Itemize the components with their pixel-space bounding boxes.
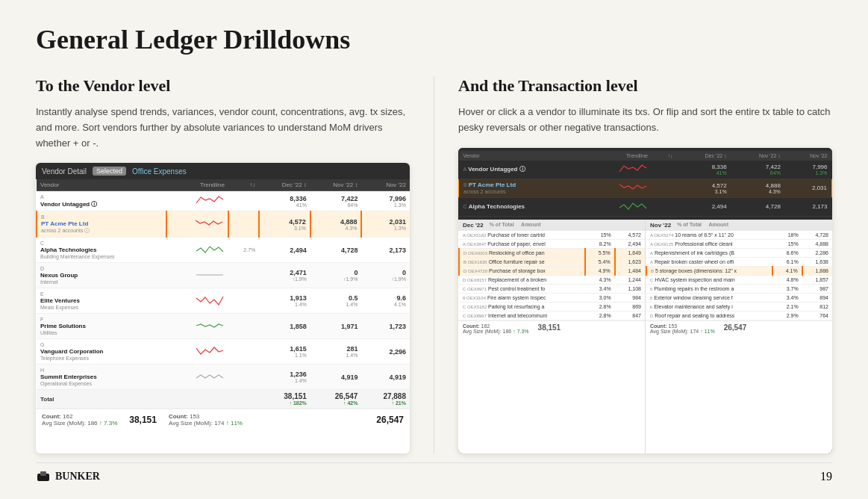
nov22-cell: 4,919: [310, 365, 362, 390]
tx-pct: 2.1%: [772, 302, 802, 311]
left-col-desc: Instantly analyse spend trends, variance…: [36, 105, 410, 151]
tx-amount: 764: [802, 311, 832, 320]
tx-row[interactable]: b Elevator maintenance and safety i 2.1%…: [646, 302, 832, 311]
tx-row[interactable]: D OEX9203 Restocking of office pan 5.5% …: [459, 248, 645, 257]
th-nov22b[interactable]: Nov '22: [361, 179, 410, 191]
tx-pct: 15%: [585, 231, 614, 240]
tx-row[interactable]: A Replenishment of ink cartridges (B 8.6…: [646, 248, 832, 257]
vendor-row[interactable]: C Alpha Technologies 2,494 4,728 2,173: [459, 197, 832, 216]
left-column: To the Vendor level Instantly analyse sp…: [36, 76, 434, 453]
table-header-row: Vendor Trendline ↑↓ Dec '22 ↕ Nov '22 ↕ …: [37, 179, 410, 191]
table-row[interactable]: GVanguard CorporationTelephone Expenses …: [37, 339, 410, 365]
val-cell: [228, 211, 259, 238]
right-col-title: And the Transaction level: [458, 76, 832, 96]
nov22b-cell: 2,296: [361, 339, 410, 365]
th-sort[interactable]: ↑↓: [652, 151, 677, 161]
th-nov22b[interactable]: Nov '22: [785, 151, 832, 161]
tx-pct: 4.9%: [585, 266, 614, 275]
tx-pct: 4.3%: [585, 275, 614, 284]
two-column-layout: To the Vendor level Instantly analyse sp…: [36, 76, 832, 453]
nov22-header: Nov '22 % of Total Amount: [646, 220, 832, 231]
table-row[interactable]: DNexus GroupInternet 2,471↑1.9% 0↑1.9% 0…: [37, 263, 410, 288]
tx-row[interactable]: B OEX1635 Office furniture repair se 5.4…: [459, 257, 645, 266]
dec22-cell: 1,9131.4%: [259, 288, 310, 314]
tx-pct: 3.4%: [585, 284, 614, 293]
tx-row[interactable]: A OEX3847 Purchase of paper, envel 8.2% …: [459, 239, 645, 248]
tx-pct: 3.7%: [772, 284, 802, 293]
th-dec22[interactable]: Dec '22 ↕: [259, 179, 310, 191]
nov22-tx-footer: Count: 153 Avg Size (MoM): 174 ↑ 11% 26,…: [646, 320, 832, 336]
nov22b-cell: 4,919: [361, 365, 410, 390]
nov22: 4,728: [731, 197, 785, 216]
nov22-transactions: Nov '22 % of Total Amount A OEX5274 10 r…: [646, 220, 832, 453]
vendor-row[interactable]: B PT Acme Pte Ltdacross 2 accounts 4,572…: [459, 179, 832, 197]
tx-row[interactable]: A OEX5274 10 reams of 8.5" x 11" 20 18% …: [646, 231, 832, 240]
val-cell: [228, 288, 259, 314]
tx-row[interactable]: A OEX5162 Purchase of toner cartrid 15% …: [459, 231, 645, 240]
tx-pct: 6.1%: [772, 257, 802, 266]
tx-row[interactable]: 6 Exterior window cleaning service f 3.4…: [646, 293, 832, 302]
tx-pct: 2.9%: [772, 311, 802, 320]
tx-row[interactable]: D OEX4728 Purchase of storage box 4.9% 1…: [459, 266, 645, 275]
vendor-cell: BPT Acme Pte Ltdacross 2 accounts ⓘ: [37, 211, 166, 238]
tx-row[interactable]: 6 OEX3104 Fire alarm system Inspec 3.0% …: [459, 293, 645, 302]
th-nov22[interactable]: Nov '22 ↕: [731, 151, 785, 161]
tx-pct: 5.5%: [585, 248, 614, 257]
th-nov22[interactable]: Nov '22 ↕: [310, 179, 362, 191]
tx-amount: 984: [615, 293, 645, 302]
th-trendline: Trendline: [584, 151, 652, 161]
vendor-row[interactable]: A Vendor Untagged ⓘ 8,33641% 7,42264% 7,…: [459, 161, 832, 179]
tx-desc: A OEX5274 10 reams of 8.5" x 11" 20: [646, 231, 772, 240]
left-col-title: To the Vendor level: [36, 76, 410, 96]
dec22: 2,494: [677, 197, 731, 216]
table-row[interactable]: AVendor Untagged ⓘ 8,33641% 7,42264% 7,9…: [37, 191, 410, 211]
tx-desc: 6 Plumbing repairs in the restroom a: [646, 284, 772, 293]
table-row[interactable]: EElite VenturesMeals Expenses 1,9131.4% …: [37, 288, 410, 314]
nov22-label: Nov '22: [650, 222, 671, 229]
th-dec22[interactable]: Dec '22 ↕: [677, 151, 731, 161]
nov22b-cell: 0↑1.9%: [361, 263, 410, 288]
tx-desc: 6 OEX3104 Fire alarm system Inspec: [459, 293, 585, 302]
footer-count-right: Count: 153 Avg Size (MoM): 174 ↑ 11%: [169, 413, 243, 427]
nov22: 4,8884.3%: [731, 179, 785, 197]
tx-pct: 5.4%: [585, 257, 614, 266]
tx-desc: D Roof repair and sealing to address: [646, 311, 772, 320]
tx-row[interactable]: A Repair broken caster wheel on offi 6.1…: [646, 257, 832, 266]
tx-desc: D OEX4728 Purchase of storage box: [459, 266, 585, 275]
th-vendor: Vendor: [459, 151, 584, 161]
tx-row[interactable]: C OEX5182 Parking lot resurfacing a 2.8%…: [459, 302, 645, 311]
table-row[interactable]: BPT Acme Pte Ltdacross 2 accounts ⓘ 4,57…: [37, 211, 410, 238]
tx-pct: 8.6%: [772, 248, 802, 257]
count-label-right: Count: 153: [169, 413, 243, 420]
tx-desc: C OEX8967 Internet and telecommuni: [459, 311, 585, 320]
nov22: 7,42264%: [731, 161, 785, 179]
trendline-cell: [166, 339, 228, 365]
tx-pct: 18%: [772, 231, 802, 240]
tx-row[interactable]: D OEX8157 Replacement of a broken 4.3% 1…: [459, 275, 645, 284]
tx-amount: 894: [802, 293, 832, 302]
th-sort[interactable]: ↑↓: [228, 179, 259, 191]
tx-desc: 6 Exterior window cleaning service f: [646, 293, 772, 302]
tx-row[interactable]: A OEX9125 Professional office cleani 15%…: [646, 239, 832, 248]
trendline-cell: [584, 197, 652, 216]
val-cell: [652, 161, 677, 179]
mockup-footer: Count: 162 Avg Size (MoM): 186 ↑ 7.3% 38…: [36, 409, 410, 430]
table-row[interactable]: HSummit EnterprisesOperational Expenses …: [37, 365, 410, 390]
nov22-col-headers: % of Total Amount: [677, 222, 728, 229]
trendline-cell: [166, 314, 228, 339]
tx-desc: b Elevator maintenance and safety i: [646, 302, 772, 311]
tx-row[interactable]: B 5 storage boxes (dimensions: 12" x 4.1…: [646, 266, 832, 275]
nov22-tx-table: A OEX5274 10 reams of 8.5" x 11" 20 18% …: [646, 231, 832, 320]
tx-row[interactable]: C HVAC system inspection and main 4.8% 1…: [646, 275, 832, 284]
table-row[interactable]: CAlpha TechnologiesBuilding Maintenance …: [37, 238, 410, 263]
tx-row[interactable]: 6 Plumbing repairs in the restroom a 3.7…: [646, 284, 832, 293]
tx-row[interactable]: C OEX8967 Internet and telecommuni 2.8% …: [459, 311, 645, 320]
tx-row[interactable]: D Roof repair and sealing to address 2.9…: [646, 311, 832, 320]
nov22b-cell: 9.64.1%: [361, 288, 410, 314]
tx-row[interactable]: C OEX9971 Pest control treatment fo 3.4%…: [459, 284, 645, 293]
dec22-cell: 4,5723.1%: [259, 211, 310, 238]
page: General Ledger Drilldowns To the Vendor …: [0, 0, 868, 499]
table-row[interactable]: FPrime SolutionsUtilities 1,858 1,971 1,…: [37, 314, 410, 339]
tx-desc: A Replenishment of ink cartridges (B: [646, 248, 772, 257]
count-label: Count: 162: [42, 413, 117, 420]
